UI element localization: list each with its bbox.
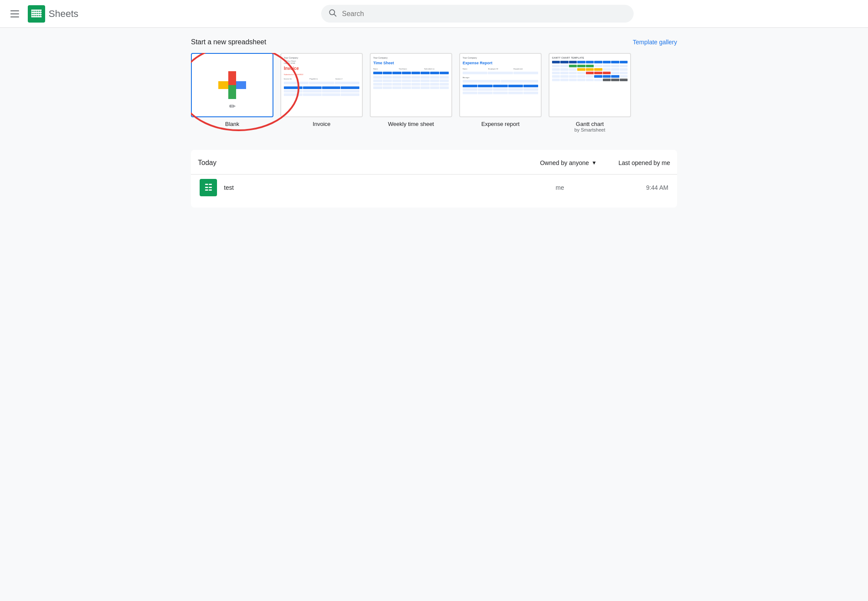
file-row[interactable]: ☷ test me 9:44 AM xyxy=(193,175,675,201)
timesheet-template-label: Weekly time sheet xyxy=(370,121,452,127)
file-owner: me xyxy=(516,184,603,191)
sheets-logo-icon xyxy=(28,5,45,23)
app-logo[interactable]: Sheets xyxy=(28,5,79,23)
google-plus-icon xyxy=(218,71,246,99)
invoice-thumbnail: Your Company 123 Your StreetCity, ST 123… xyxy=(280,53,363,117)
file-time: 9:44 AM xyxy=(603,184,668,191)
owned-by-filter[interactable]: Owned by anyone ▼ xyxy=(536,157,601,169)
recent-section: Today Owned by anyone ▼ Last opened by m… xyxy=(191,150,677,208)
timesheet-preview: Your Company Time Sheet Name Timeframe S… xyxy=(371,54,451,116)
recent-section-title: Today xyxy=(198,159,536,167)
app-header: Sheets xyxy=(0,0,868,28)
blank-template-label: Blank xyxy=(191,121,273,127)
gantt-template-sublabel: by Smartsheet xyxy=(549,127,631,132)
gantt-template-label: Gantt chart xyxy=(549,121,631,127)
main-content: Start a new spreadsheet Template gallery xyxy=(174,28,694,218)
search-input[interactable] xyxy=(342,10,627,18)
template-gallery-link[interactable]: Template gallery xyxy=(633,39,677,46)
svg-rect-5 xyxy=(31,10,33,17)
invoice-preview: Your Company 123 Your StreetCity, ST 123… xyxy=(281,54,362,116)
template-card-blank[interactable]: ✏ Blank xyxy=(191,53,273,132)
gantt-preview: GANTT CHART TEMPLATE xyxy=(549,54,630,116)
template-card-invoice[interactable]: Your Company 123 Your StreetCity, ST 123… xyxy=(280,53,363,132)
templates-section-header: Start a new spreadsheet Template gallery xyxy=(191,38,677,46)
filter-chevron-icon: ▼ xyxy=(592,160,597,166)
template-card-timesheet[interactable]: Your Company Time Sheet Name Timeframe S… xyxy=(370,53,452,132)
search-container xyxy=(321,5,634,23)
invoice-template-label: Invoice xyxy=(280,121,363,127)
svg-line-11 xyxy=(334,14,336,17)
template-card-gantt[interactable]: GANTT CHART TEMPLATE Gantt chart by Smar… xyxy=(549,53,631,132)
svg-rect-9 xyxy=(40,10,41,17)
file-name: test xyxy=(224,184,516,191)
recent-header: Today Owned by anyone ▼ Last opened by m… xyxy=(191,150,677,175)
file-icon-wrap: ☷ xyxy=(200,179,217,196)
search-icon xyxy=(328,8,337,19)
sort-label: Last opened by me xyxy=(618,159,670,166)
svg-rect-8 xyxy=(38,10,39,17)
timesheet-thumbnail: Your Company Time Sheet Name Timeframe S… xyxy=(370,53,452,117)
header-left: Sheets xyxy=(7,5,94,23)
app-name-label: Sheets xyxy=(49,8,79,20)
search-bar[interactable] xyxy=(321,5,634,23)
hamburger-icon[interactable] xyxy=(7,7,23,21)
sheets-file-icon: ☷ xyxy=(204,182,212,193)
template-card-expense[interactable]: Your Company Expense Report Name Employe… xyxy=(459,53,542,132)
templates-row: ✏ Blank Your Company 123 Your StreetCity… xyxy=(191,53,677,132)
blank-thumbnail: ✏ xyxy=(191,53,273,117)
expense-thumbnail: Your Company Expense Report Name Employe… xyxy=(459,53,542,117)
expense-template-label: Expense report xyxy=(459,121,542,127)
templates-section-title: Start a new spreadsheet xyxy=(191,38,266,46)
expense-preview: Your Company Expense Report Name Employe… xyxy=(460,54,541,116)
svg-rect-7 xyxy=(36,10,37,17)
gantt-thumbnail: GANTT CHART TEMPLATE xyxy=(549,53,631,117)
filter-label: Owned by anyone xyxy=(540,159,589,166)
svg-rect-6 xyxy=(33,10,35,17)
